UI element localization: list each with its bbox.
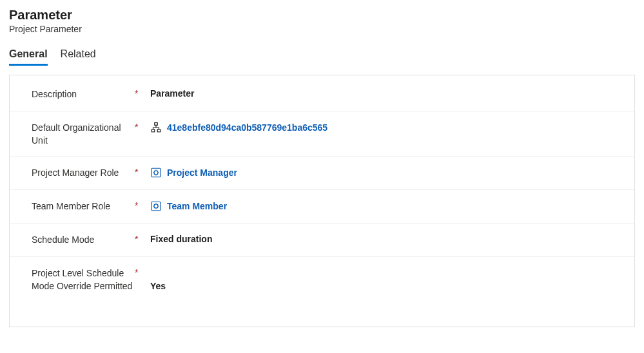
required-marker: *	[135, 199, 150, 211]
field-value-link[interactable]: 41e8ebfe80d94ca0b587769e1ba6c565	[150, 120, 625, 133]
field-value-text: Project Manager	[167, 167, 237, 178]
tab-related[interactable]: Related	[61, 46, 96, 66]
field-value-link[interactable]: Team Member	[150, 199, 625, 212]
field-label: Schedule Mode	[32, 233, 135, 247]
required-marker: *	[135, 233, 150, 244]
tab-general[interactable]: General	[9, 46, 48, 66]
general-panel: Description * Parameter Default Organiza…	[9, 75, 635, 327]
field-value: Parameter	[150, 87, 625, 99]
page-title: Parameter	[9, 8, 635, 23]
field-value-text: Team Member	[167, 201, 227, 211]
field-label: Default Organizational Unit	[32, 120, 135, 147]
required-marker: *	[135, 120, 150, 132]
field-label: Project Manager Role	[32, 166, 135, 180]
field-org-unit[interactable]: Default Organizational Unit * 41e8ebfe80…	[10, 111, 634, 157]
role-icon	[150, 167, 162, 178]
field-team-role[interactable]: Team Member Role * Team Member	[10, 190, 634, 224]
field-description[interactable]: Description * Parameter	[10, 78, 634, 111]
org-unit-icon	[150, 122, 162, 133]
field-label: Project Level Schedule Mode Override Per…	[32, 266, 135, 292]
field-value: Yes	[150, 266, 625, 305]
field-value-text: 41e8ebfe80d94ca0b587769e1ba6c565	[167, 122, 327, 133]
field-value: Fixed duration	[150, 233, 625, 244]
field-value-text: Yes	[150, 281, 166, 291]
svg-rect-5	[151, 202, 161, 211]
svg-rect-0	[155, 123, 158, 126]
svg-rect-2	[157, 129, 161, 132]
required-marker: *	[135, 166, 150, 177]
field-label: Description	[32, 87, 135, 101]
required-marker: *	[135, 266, 150, 278]
field-pm-role[interactable]: Project Manager Role * Project Manager	[10, 157, 634, 190]
svg-rect-1	[151, 129, 155, 132]
tab-bar: General Related	[9, 46, 635, 66]
page-subtitle: Project Parameter	[9, 24, 635, 34]
field-schedule-mode[interactable]: Schedule Mode * Fixed duration	[10, 224, 634, 257]
svg-rect-3	[151, 168, 161, 177]
field-value-link[interactable]: Project Manager	[150, 166, 625, 178]
field-label: Team Member Role	[32, 199, 135, 213]
role-icon	[150, 200, 162, 212]
required-marker: *	[135, 87, 150, 99]
field-override[interactable]: Project Level Schedule Mode Override Per…	[10, 257, 634, 314]
